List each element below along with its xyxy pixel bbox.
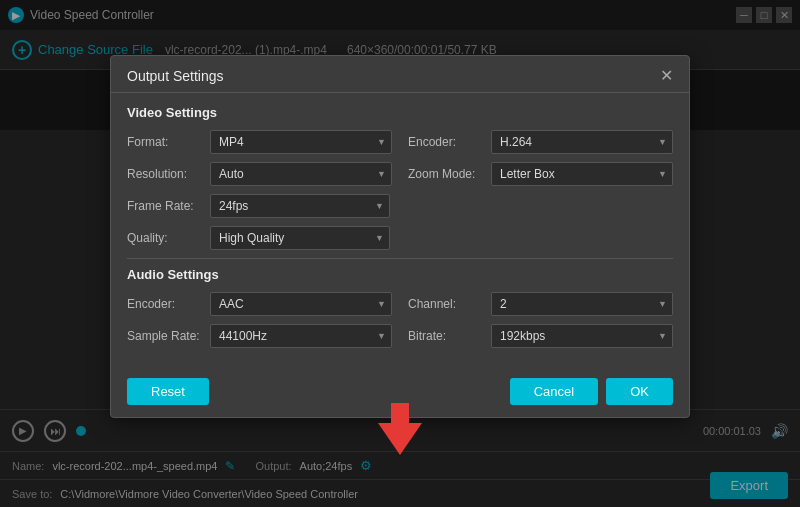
dialog-title: Output Settings <box>127 68 224 84</box>
arrow-container <box>378 403 422 455</box>
zoom-mode-label: Zoom Mode: <box>408 167 483 181</box>
encoder-row: Encoder: H.264 H.265 <box>408 130 673 154</box>
quality-select-wrapper[interactable]: High Quality Medium Quality Low Quality <box>210 226 390 250</box>
frame-rate-container: Frame Rate: 24fps 25fps 30fps <box>127 194 673 218</box>
video-settings-grid: Format: MP4 AVI MKV Encoder: H.264 <box>127 130 673 186</box>
sample-rate-row: Sample Rate: 44100Hz 22050Hz 48000Hz <box>127 324 392 348</box>
frame-rate-select[interactable]: 24fps 25fps 30fps <box>210 194 390 218</box>
encoder-select-wrapper[interactable]: H.264 H.265 <box>491 130 673 154</box>
encoder-select[interactable]: H.264 H.265 <box>491 130 673 154</box>
sample-rate-select-wrapper[interactable]: 44100Hz 22050Hz 48000Hz <box>210 324 392 348</box>
arrow-head <box>378 423 422 455</box>
bitrate-select[interactable]: 192kbps 128kbps 256kbps <box>491 324 673 348</box>
dialog-body: Video Settings Format: MP4 AVI MKV E <box>111 93 689 368</box>
audio-encoder-label: Encoder: <box>127 297 202 311</box>
resolution-row: Resolution: Auto 1920×1080 1280×720 <box>127 162 392 186</box>
quality-container: Quality: High Quality Medium Quality Low… <box>127 226 673 250</box>
video-section-title: Video Settings <box>127 105 673 120</box>
format-row: Format: MP4 AVI MKV <box>127 130 392 154</box>
audio-section-title: Audio Settings <box>127 267 673 282</box>
channel-row: Channel: 2 1 6 <box>408 292 673 316</box>
format-select-wrapper[interactable]: MP4 AVI MKV <box>210 130 392 154</box>
bitrate-select-wrapper[interactable]: 192kbps 128kbps 256kbps <box>491 324 673 348</box>
arrow-shaft <box>391 403 409 423</box>
zoom-mode-select-wrapper[interactable]: Letter Box Pan & Scan <box>491 162 673 186</box>
resolution-label: Resolution: <box>127 167 202 181</box>
format-select[interactable]: MP4 AVI MKV <box>210 130 392 154</box>
audio-settings-grid: Encoder: AAC MP3 Channel: 2 1 <box>127 292 673 348</box>
channel-select-wrapper[interactable]: 2 1 6 <box>491 292 673 316</box>
footer-right-buttons: Cancel OK <box>510 378 673 405</box>
channel-label: Channel: <box>408 297 483 311</box>
quality-select[interactable]: High Quality Medium Quality Low Quality <box>210 226 390 250</box>
frame-rate-select-wrapper[interactable]: 24fps 25fps 30fps <box>210 194 390 218</box>
audio-encoder-row: Encoder: AAC MP3 <box>127 292 392 316</box>
resolution-select-wrapper[interactable]: Auto 1920×1080 1280×720 <box>210 162 392 186</box>
format-label: Format: <box>127 135 202 149</box>
arrow-overlay <box>378 403 422 455</box>
audio-encoder-select[interactable]: AAC MP3 <box>210 292 392 316</box>
encoder-label: Encoder: <box>408 135 483 149</box>
zoom-mode-select[interactable]: Letter Box Pan & Scan <box>491 162 673 186</box>
ok-button[interactable]: OK <box>606 378 673 405</box>
section-divider <box>127 258 673 259</box>
sample-rate-label: Sample Rate: <box>127 329 202 343</box>
bitrate-label: Bitrate: <box>408 329 483 343</box>
quality-label: Quality: <box>127 231 202 245</box>
channel-select[interactable]: 2 1 6 <box>491 292 673 316</box>
sample-rate-select[interactable]: 44100Hz 22050Hz 48000Hz <box>210 324 392 348</box>
dialog-header: Output Settings ✕ <box>111 56 689 93</box>
reset-button[interactable]: Reset <box>127 378 209 405</box>
dialog-close-button[interactable]: ✕ <box>660 68 673 84</box>
output-settings-dialog: Output Settings ✕ Video Settings Format:… <box>110 55 690 418</box>
cancel-button[interactable]: Cancel <box>510 378 598 405</box>
frame-rate-label: Frame Rate: <box>127 199 202 213</box>
audio-encoder-select-wrapper[interactable]: AAC MP3 <box>210 292 392 316</box>
resolution-select[interactable]: Auto 1920×1080 1280×720 <box>210 162 392 186</box>
bitrate-row: Bitrate: 192kbps 128kbps 256kbps <box>408 324 673 348</box>
zoom-mode-row: Zoom Mode: Letter Box Pan & Scan <box>408 162 673 186</box>
